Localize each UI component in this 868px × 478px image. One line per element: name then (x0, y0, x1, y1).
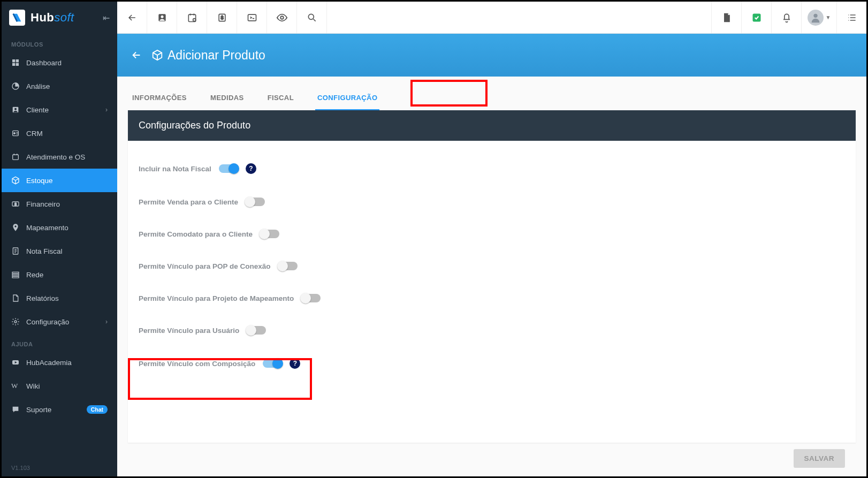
tabs-bar: INFORMAÇÕES MEDIDAS FISCAL CONFIGURAÇÃO (117, 77, 866, 110)
sidebar-item-financeiro[interactable]: $ Financeiro (2, 192, 117, 216)
config-label: Permite Vínculo para POP de Conexão (139, 262, 271, 270)
support-icon (11, 153, 26, 161)
svg-rect-1 (16, 59, 19, 62)
config-row-mapeamento: Permite Vínculo para Projeto de Mapeamen… (139, 282, 845, 314)
svg-point-26 (280, 16, 284, 19)
topbar-pdf-icon[interactable] (711, 2, 741, 33)
config-label: Incluir na Nota Fiscal (139, 165, 211, 173)
sidebar-item-crm[interactable]: CRM (2, 122, 117, 145)
svg-rect-15 (12, 274, 19, 276)
save-button[interactable]: SALVAR (794, 449, 846, 468)
sidebar-item-rede[interactable]: Rede (2, 263, 117, 286)
finance-icon: $ (11, 200, 26, 208)
topbar: $ ▼ (117, 2, 866, 34)
svg-text:$: $ (220, 15, 223, 20)
svg-point-6 (14, 108, 17, 110)
sidebar-item-label: Relatórios (26, 294, 59, 302)
toggle-nota-fiscal[interactable] (219, 164, 238, 173)
toggle-pop[interactable] (278, 262, 298, 270)
sidebar-item-atendimento[interactable]: Atendimento e OS (2, 145, 117, 169)
sidebar-item-suporte[interactable]: Suporte Chat (2, 398, 117, 421)
sidebar-item-notafiscal[interactable]: Nota Fiscal (2, 239, 117, 263)
video-icon (11, 358, 26, 367)
help-icon[interactable]: ? (246, 163, 256, 174)
tab-informacoes[interactable]: INFORMAÇÕES (130, 86, 189, 110)
invoice-icon (11, 247, 26, 255)
chevron-right-icon: › (105, 318, 108, 325)
toggle-usuario[interactable] (247, 326, 266, 335)
avatar-icon (808, 10, 824, 26)
card-body: Incluir na Nota Fiscal ? Permite Venda p… (128, 141, 856, 386)
svg-rect-14 (12, 272, 19, 274)
sidebar-item-estoque[interactable]: Estoque (2, 169, 117, 192)
topbar-search-icon[interactable] (297, 2, 327, 33)
dashboard-icon (11, 58, 26, 67)
sidebar-item-label: Mapeamento (26, 224, 68, 232)
topbar-finance-icon[interactable]: $ (207, 2, 237, 33)
reports-icon (11, 294, 26, 302)
topbar-eye-icon[interactable] (267, 2, 297, 33)
tab-medidas[interactable]: MEDIDAS (208, 86, 246, 110)
config-label: Permite Comodato para o Cliente (139, 230, 253, 238)
sidebar-item-analise[interactable]: Análise (2, 74, 117, 98)
tab-fiscal[interactable]: FISCAL (265, 86, 296, 110)
config-label: Permite Vínculo para Projeto de Mapeamen… (139, 294, 294, 302)
gear-icon (11, 317, 26, 326)
sidebar-item-label: Rede (26, 271, 43, 279)
toggle-comodato[interactable] (260, 230, 279, 238)
sidebar-item-label: Configuração (26, 318, 69, 326)
topbar-calendar-icon[interactable] (177, 2, 207, 33)
topbar-bell-icon[interactable] (771, 2, 801, 33)
sidebar: Hubsoft ⇤ MÓDULOS Dashboard Análise Clie… (2, 2, 117, 476)
sidebar-item-cliente[interactable]: Cliente › (2, 98, 117, 122)
sidebar-item-hubacademia[interactable]: HubAcademia (2, 351, 117, 374)
svg-point-22 (193, 18, 195, 21)
page-back-button[interactable] (130, 49, 143, 62)
page-header: Adicionar Produto (117, 34, 866, 77)
brand-text: Hubsoft (31, 11, 74, 25)
svg-point-12 (14, 225, 16, 227)
help-icon[interactable]: ? (290, 358, 300, 369)
sidebar-item-wiki[interactable]: W Wiki (2, 374, 117, 398)
sidebar-item-label: HubAcademia (26, 359, 72, 367)
client-icon (11, 105, 26, 114)
sidebar-section-modulos: MÓDULOS (2, 34, 117, 51)
topbar-menu-icon[interactable] (836, 2, 866, 33)
logo-row: Hubsoft ⇤ (2, 2, 117, 34)
main: $ ▼ Adicionar Produto (117, 2, 866, 476)
box-icon (151, 49, 163, 61)
sidebar-item-mapeamento[interactable]: Mapeamento (2, 216, 117, 239)
collapse-sidebar-icon[interactable]: ⇤ (103, 13, 110, 23)
svg-point-17 (14, 321, 17, 323)
topbar-client-icon[interactable] (147, 2, 177, 33)
topbar-avatar[interactable]: ▼ (801, 2, 836, 33)
wiki-icon: W (11, 382, 26, 390)
topbar-status-icon[interactable] (741, 2, 771, 33)
sidebar-item-relatorios[interactable]: Relatórios (2, 286, 117, 310)
content-area: Configurações do Produto Incluir na Nota… (117, 110, 866, 476)
sidebar-item-label: Financeiro (26, 200, 60, 208)
toggle-mapeamento[interactable] (301, 294, 321, 302)
toggle-composicao[interactable] (263, 359, 282, 368)
svg-point-20 (161, 15, 163, 18)
sidebar-item-label: Suporte (26, 406, 51, 414)
config-row-comodato: Permite Comodato para o Cliente (139, 218, 845, 250)
config-label: Permite Venda para o Cliente (139, 198, 238, 206)
sidebar-item-configuracao[interactable]: Configuração › (2, 310, 117, 333)
inventory-icon (11, 176, 26, 185)
map-icon (11, 223, 26, 232)
config-label: Permite Vínculo para Usuário (139, 327, 239, 335)
config-row-composicao: Permite Vínculo com Composição ? (139, 346, 845, 381)
tab-configuracao[interactable]: CONFIGURAÇÃO (315, 86, 379, 110)
footer-actions: SALVAR (128, 443, 856, 468)
back-button[interactable] (117, 2, 147, 33)
svg-point-29 (813, 13, 817, 17)
sidebar-section-ajuda: AJUDA (2, 333, 117, 351)
page-title: Adicionar Produto (151, 48, 265, 63)
config-card: Configurações do Produto Incluir na Nota… (128, 110, 856, 443)
sidebar-item-dashboard[interactable]: Dashboard (2, 51, 117, 74)
topbar-terminal-icon[interactable] (237, 2, 267, 33)
chevron-right-icon: › (105, 106, 108, 113)
toggle-venda-cliente[interactable] (246, 198, 265, 206)
svg-rect-0 (12, 59, 15, 62)
